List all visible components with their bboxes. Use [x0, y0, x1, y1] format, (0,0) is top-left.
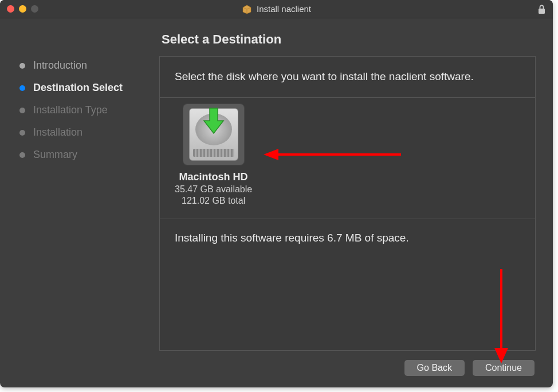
step-dot	[19, 108, 25, 113]
disk-total: 121.02 GB total	[182, 196, 245, 206]
disk-name: Macintosh HD	[179, 171, 248, 183]
step-label: Installation Type	[33, 104, 108, 116]
step-introduction: Introduction	[19, 60, 143, 72]
step-dot	[19, 152, 25, 158]
close-button[interactable]	[7, 5, 14, 13]
window-title: Install naclient	[257, 4, 311, 14]
button-row: Go Back Continue	[159, 351, 536, 376]
disk-macintosh-hd[interactable]: Macintosh HD 35.47 GB available 121.02 G…	[175, 104, 252, 206]
instruction-text: Select the disk where you want to instal…	[160, 57, 535, 97]
page-title: Select a Destination	[162, 32, 536, 47]
step-label: Installation	[33, 126, 82, 138]
step-installation: Installation	[19, 126, 143, 138]
window-controls	[0, 5, 38, 13]
step-installation-type: Installation Type	[19, 104, 143, 116]
step-summary: Summary	[19, 149, 143, 161]
step-dot	[19, 130, 25, 136]
steps-sidebar: Introduction Destination Select Installa…	[0, 18, 155, 387]
step-destination-select: Destination Select	[19, 82, 143, 94]
space-requirement: Installing this software requires 6.7 MB…	[160, 219, 535, 350]
step-label: Summary	[33, 149, 77, 161]
main-content: Select a Destination Select the disk whe…	[155, 18, 553, 387]
go-back-button[interactable]: Go Back	[404, 360, 465, 376]
disk-available: 35.47 GB available	[175, 184, 252, 195]
step-label: Destination Select	[33, 82, 123, 94]
package-icon	[242, 4, 252, 14]
minimize-button[interactable]	[19, 5, 26, 13]
download-arrow-icon	[203, 107, 225, 138]
step-dot	[19, 63, 25, 69]
disk-selection-area: Macintosh HD 35.47 GB available 121.02 G…	[160, 97, 535, 219]
disk-icon	[183, 104, 245, 165]
svg-rect-2	[539, 9, 545, 14]
step-dot	[19, 85, 25, 91]
installer-window: Install naclient Introduction Destinatio…	[0, 0, 553, 387]
zoom-button[interactable]	[31, 5, 38, 13]
titlebar: Install naclient	[0, 0, 553, 18]
continue-button[interactable]: Continue	[473, 360, 535, 376]
step-label: Introduction	[33, 60, 87, 72]
content-panel: Select the disk where you want to instal…	[159, 56, 536, 351]
lock-icon[interactable]	[537, 5, 546, 17]
svg-marker-0	[243, 5, 251, 14]
